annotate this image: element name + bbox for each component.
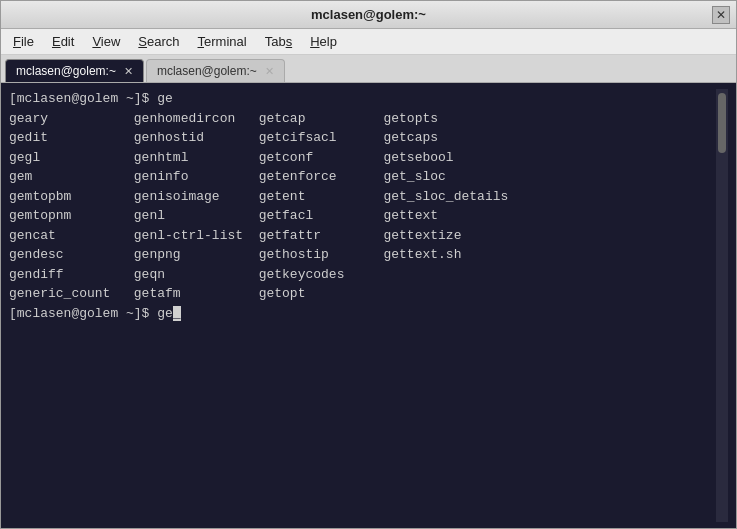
menu-view[interactable]: View: [84, 31, 128, 52]
menu-file[interactable]: File: [5, 31, 42, 52]
terminal-output: [mclasen@golem ~]$ ge geary genhomedirco…: [9, 89, 716, 522]
terminal-window: mclasen@golem:~ ✕ File Edit View Search …: [0, 0, 737, 529]
menu-help[interactable]: Help: [302, 31, 345, 52]
scrollbar[interactable]: [716, 89, 728, 522]
tab-2[interactable]: mclasen@golem:~ ✕: [146, 59, 285, 82]
terminal-area[interactable]: [mclasen@golem ~]$ ge geary genhomedirco…: [1, 83, 736, 528]
tab-1-label: mclasen@golem:~: [16, 64, 116, 78]
window-title: mclasen@golem:~: [311, 7, 426, 22]
scrollbar-thumb[interactable]: [718, 93, 726, 153]
menu-terminal[interactable]: Terminal: [190, 31, 255, 52]
tab-2-label: mclasen@golem:~: [157, 64, 257, 78]
close-icon: ✕: [716, 8, 726, 22]
tab-1-close[interactable]: ✕: [124, 65, 133, 78]
tab-1[interactable]: mclasen@golem:~ ✕: [5, 59, 144, 82]
tabs-bar: mclasen@golem:~ ✕ mclasen@golem:~ ✕: [1, 55, 736, 83]
menu-search[interactable]: Search: [130, 31, 187, 52]
title-bar: mclasen@golem:~ ✕: [1, 1, 736, 29]
menu-edit[interactable]: Edit: [44, 31, 82, 52]
menu-tabs[interactable]: Tabs: [257, 31, 300, 52]
tab-2-close[interactable]: ✕: [265, 65, 274, 78]
menu-bar: File Edit View Search Terminal Tabs Help: [1, 29, 736, 55]
window-close-button[interactable]: ✕: [712, 6, 730, 24]
